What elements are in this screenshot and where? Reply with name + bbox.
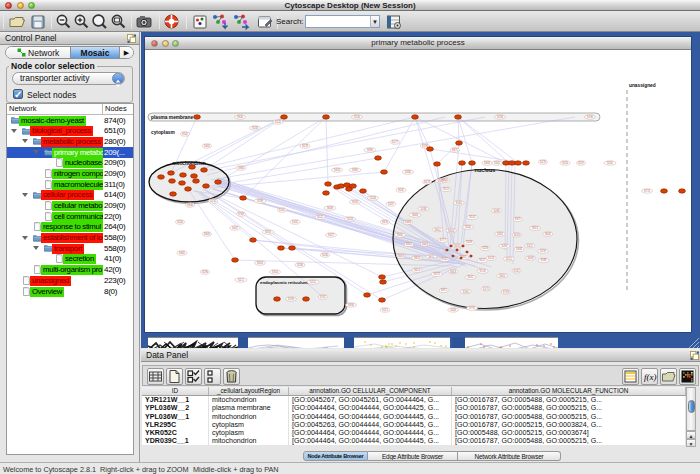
svg-text:S578: S578 <box>302 144 309 148</box>
svg-text:S926: S926 <box>237 115 244 119</box>
svg-text:S532: S532 <box>398 188 405 192</box>
svg-text:S499: S499 <box>493 209 500 213</box>
svg-text:S982: S982 <box>438 179 445 183</box>
svg-text:S170: S170 <box>483 287 490 291</box>
svg-text:S200: S200 <box>322 253 329 257</box>
svg-text:S592: S592 <box>607 161 614 165</box>
svg-text:S663: S663 <box>412 213 419 217</box>
svg-text:S270: S270 <box>540 160 547 164</box>
svg-text:S533: S533 <box>514 233 521 237</box>
svg-text:S533: S533 <box>252 126 259 130</box>
svg-text:S982: S982 <box>179 251 186 255</box>
svg-text:S871: S871 <box>452 148 459 152</box>
svg-text:S598: S598 <box>466 240 473 244</box>
svg-text:S767: S767 <box>320 295 327 299</box>
svg-text:S777: S777 <box>440 238 447 242</box>
svg-text:S709: S709 <box>503 290 510 294</box>
svg-text:S973: S973 <box>434 272 441 276</box>
svg-text:S573: S573 <box>424 180 431 184</box>
svg-text:S789: S789 <box>257 199 264 203</box>
svg-text:S969: S969 <box>484 161 491 165</box>
svg-text:S294: S294 <box>297 263 304 267</box>
svg-text:S655: S655 <box>428 255 435 259</box>
svg-text:S903: S903 <box>448 229 455 233</box>
svg-text:S258: S258 <box>482 246 489 250</box>
svg-text:S698: S698 <box>528 256 535 260</box>
svg-text:S385: S385 <box>405 170 412 174</box>
svg-text:S565: S565 <box>465 225 472 229</box>
svg-text:S982: S982 <box>397 233 404 237</box>
svg-text:S371: S371 <box>515 217 522 221</box>
svg-text:S669: S669 <box>422 242 429 246</box>
svg-text:endoplasmic reticulum: endoplasmic reticulum <box>260 280 308 285</box>
svg-text:S102: S102 <box>469 215 476 219</box>
svg-text:S115: S115 <box>382 308 388 312</box>
svg-text:S835: S835 <box>454 244 461 248</box>
svg-text:S845: S845 <box>204 232 211 236</box>
svg-text:unassigned: unassigned <box>629 83 656 88</box>
svg-text:S354: S354 <box>272 270 279 274</box>
svg-text:S296: S296 <box>202 270 209 274</box>
svg-text:S162: S162 <box>442 257 449 261</box>
svg-text:S294: S294 <box>501 244 508 248</box>
svg-text:S516: S516 <box>354 115 361 119</box>
svg-text:S177: S177 <box>392 140 399 144</box>
svg-text:S553: S553 <box>347 217 354 221</box>
svg-text:S559: S559 <box>352 200 359 204</box>
svg-text:S462: S462 <box>204 144 211 148</box>
svg-text:nucleus: nucleus <box>475 167 496 173</box>
svg-text:S976: S976 <box>382 220 389 224</box>
svg-text:S151: S151 <box>310 280 317 284</box>
svg-text:S169: S169 <box>450 308 457 312</box>
svg-text:S902: S902 <box>406 242 413 246</box>
svg-text:S318: S318 <box>334 168 341 172</box>
svg-text:S971: S971 <box>441 288 448 292</box>
svg-text:S995: S995 <box>367 148 374 152</box>
svg-text:S290: S290 <box>463 290 470 294</box>
svg-text:S510: S510 <box>443 187 450 191</box>
svg-text:S151: S151 <box>506 257 513 261</box>
svg-text:S162: S162 <box>292 220 299 224</box>
svg-text:S200: S200 <box>177 220 184 224</box>
svg-text:S342: S342 <box>494 161 501 165</box>
svg-text:S199: S199 <box>288 297 295 301</box>
svg-text:cytoplasm: cytoplasm <box>151 130 175 135</box>
svg-text:S447: S447 <box>232 226 239 230</box>
svg-text:S588: S588 <box>540 258 547 262</box>
svg-text:S159: S159 <box>540 249 547 253</box>
svg-text:S846: S846 <box>187 203 194 207</box>
svg-text:S158: S158 <box>480 269 487 273</box>
svg-text:S516: S516 <box>562 161 569 165</box>
svg-text:S813: S813 <box>532 226 539 230</box>
svg-text:S902: S902 <box>435 228 442 232</box>
svg-text:S597: S597 <box>578 161 585 165</box>
svg-text:mitochondrion: mitochondrion <box>172 161 206 166</box>
svg-text:S287: S287 <box>388 202 395 206</box>
svg-text:S268: S268 <box>420 207 427 211</box>
svg-text:S160: S160 <box>456 201 463 205</box>
svg-text:S919: S919 <box>265 230 272 234</box>
svg-text:S853: S853 <box>414 256 421 260</box>
svg-text:S653: S653 <box>257 261 264 265</box>
svg-text:plasma membrane: plasma membrane <box>151 115 193 120</box>
svg-text:S421: S421 <box>479 258 486 262</box>
svg-text:S927: S927 <box>328 233 335 237</box>
svg-text:S182: S182 <box>514 269 521 273</box>
svg-text:S774: S774 <box>644 189 651 193</box>
svg-text:S322: S322 <box>527 244 534 248</box>
svg-text:S392: S392 <box>497 232 504 236</box>
svg-text:f(x): f(x) <box>644 372 657 382</box>
svg-text:S211: S211 <box>238 278 244 282</box>
svg-text:S243: S243 <box>370 196 377 200</box>
svg-text:S643: S643 <box>450 270 457 274</box>
svg-text:S520: S520 <box>275 120 282 124</box>
svg-text:S848: S848 <box>545 232 552 236</box>
svg-text:S512: S512 <box>317 215 324 219</box>
svg-text:S769: S769 <box>238 212 245 216</box>
svg-text:S984: S984 <box>238 166 245 170</box>
svg-text:S791: S791 <box>469 306 476 310</box>
svg-text:S761: S761 <box>279 208 286 212</box>
svg-text:S196: S196 <box>587 115 594 119</box>
svg-text:S488: S488 <box>405 220 412 224</box>
svg-text:S155: S155 <box>210 199 217 203</box>
